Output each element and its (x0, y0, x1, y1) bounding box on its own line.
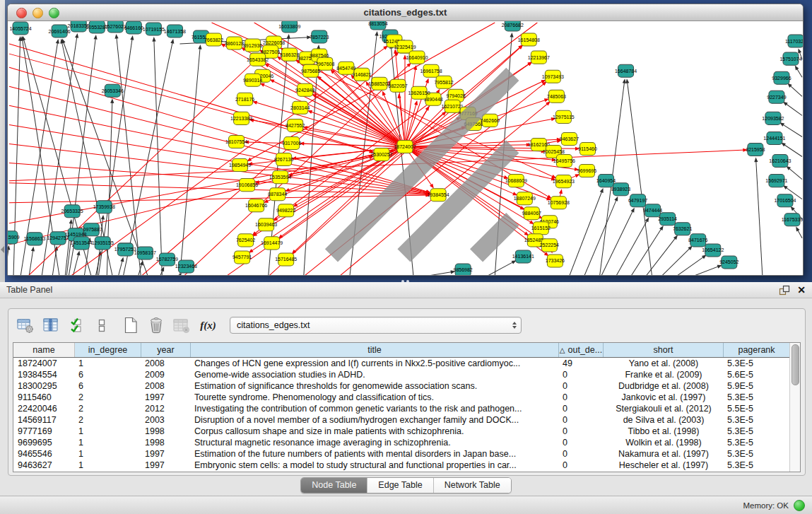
table-panel-title: Table Panel (6, 285, 779, 295)
show-columns-icon[interactable] (41, 316, 60, 335)
table-row[interactable]: 2242004622012Investigating the contribut… (13, 403, 790, 414)
cell-name: 18300295 (13, 380, 75, 392)
table-row[interactable]: 1830029562008Estimation of significance … (13, 380, 790, 392)
cell-name: 14569117 (13, 414, 75, 426)
cell-in_degree: 2 (75, 392, 141, 403)
table-selector-dropdown[interactable]: citations_edges.txt (230, 317, 522, 334)
dropdown-stepper-icon (512, 322, 517, 329)
cell-in_degree: 6 (75, 380, 141, 392)
cell-out_degree: 0 (559, 426, 604, 437)
table-selector-value: citations_edges.txt (237, 320, 512, 330)
function-builder-icon[interactable]: f(x) (197, 316, 219, 335)
window-titlebar[interactable]: citations_edges.txt (8, 4, 803, 21)
traffic-lights (16, 8, 59, 18)
table-row[interactable]: 1938455462009Genome-wide association stu… (13, 369, 790, 380)
cell-pagerank: 5.9E-5 (724, 380, 790, 392)
tab-node-table[interactable]: Node Table (301, 478, 367, 493)
table-row[interactable]: 946554611997Estimation of the future num… (13, 448, 790, 460)
column-header-out-degree[interactable]: △out_de... (559, 343, 604, 357)
cell-out_degree: 0 (559, 437, 604, 448)
cell-title: Changes of HCN gene expression and I(f) … (191, 358, 559, 369)
float-panel-icon[interactable] (779, 285, 790, 296)
cell-title: Corpus callosum shape and size in male p… (191, 426, 559, 437)
column-header-short[interactable]: short (604, 343, 724, 357)
cell-year: 2008 (141, 358, 191, 369)
cell-title: Genome-wide association studies in ADHD. (191, 369, 559, 380)
close-button[interactable] (16, 8, 27, 18)
table-row[interactable]: 911546021997Tourette syndrome. Phenomeno… (13, 392, 790, 403)
cell-pagerank: 5.5E-5 (724, 403, 790, 414)
cell-year: 1998 (141, 437, 191, 448)
cell-in_degree: 1 (75, 437, 141, 448)
cell-year: 1997 (141, 460, 191, 471)
cell-short: Franke et al. (2009) (604, 369, 724, 380)
collapsed-panel-arrow-icon[interactable] (1, 246, 4, 253)
table-row[interactable]: 1872400712008Changes of HCN gene express… (13, 358, 790, 369)
scrollbar-thumb[interactable] (792, 344, 799, 385)
cell-year: 2008 (141, 380, 191, 392)
cell-year: 1998 (141, 426, 191, 437)
cell-out_degree: 49 (559, 358, 604, 369)
table-tabs-bar: Node Table Edge Table Network Table (0, 477, 812, 493)
cell-out_degree: 0 (559, 369, 604, 380)
column-header-name[interactable]: name (13, 343, 75, 357)
table-scrollbar[interactable] (789, 343, 800, 472)
cell-pagerank: 5.3E-5 (724, 460, 790, 471)
cell-short: Jankovic et al. (1997) (604, 392, 724, 403)
network-canvas[interactable]: 1405572420691406201833551055328715276021… (8, 21, 803, 275)
memory-status-indicator[interactable] (794, 500, 805, 511)
cell-pagerank: 5.3E-5 (724, 414, 790, 426)
table-row[interactable]: 969969511998Structural magnetic resonanc… (13, 437, 790, 448)
zoom-button[interactable] (49, 8, 59, 18)
table-panel: Table Panel ✕ (0, 282, 812, 514)
table-row[interactable]: 1456911722003Disruption of a novel membe… (13, 414, 790, 426)
cell-year: 1997 (141, 392, 191, 403)
select-columns-icon[interactable] (66, 316, 86, 335)
cell-short: Yano et al. (2008) (604, 358, 724, 369)
column-header-in-degree[interactable]: in_degree (75, 343, 141, 357)
cell-name: 9115460 (13, 392, 75, 403)
delete-columns-icon[interactable] (146, 316, 165, 335)
cell-name: 9777169 (13, 426, 75, 437)
cell-name: 9699695 (13, 437, 75, 448)
cell-year: 1997 (141, 448, 191, 460)
column-header-year[interactable]: year (141, 343, 191, 357)
cell-short: Wolkin et al. (1998) (604, 437, 724, 448)
cell-name: 19384554 (13, 369, 75, 380)
table-header-row: name in_degree year title △out_de... sho… (13, 343, 790, 358)
attribute-table: name in_degree year title △out_de... sho… (13, 342, 801, 472)
close-panel-icon[interactable]: ✕ (797, 285, 806, 295)
cell-pagerank: 5.3E-5 (724, 358, 790, 369)
cell-out_degree: 0 (559, 392, 604, 403)
cell-title: Estimation of significance thresholds fo… (191, 380, 559, 392)
cell-pagerank: 5.3E-5 (724, 392, 790, 403)
create-column-icon[interactable] (121, 316, 140, 335)
cell-title: Investigating the contribution of common… (191, 403, 559, 414)
cell-in_degree: 1 (75, 358, 141, 369)
network-view-area: citations_edges.txt 14055724206914062018… (0, 0, 812, 282)
resize-grip-icon[interactable] (7, 20, 801, 274)
cell-short: Tibbo et al. (1998) (604, 426, 724, 437)
cell-title: Estimation of the future numbers of pati… (191, 448, 559, 460)
cell-out_degree: 0 (559, 448, 604, 460)
cell-short: Hescheler et al. (1997) (604, 460, 724, 471)
tab-network-table[interactable]: Network Table (434, 478, 511, 493)
table-row[interactable]: 946362711997Embryonic stem cells: a mode… (13, 460, 790, 471)
cell-in_degree: 6 (75, 369, 141, 380)
cell-in_degree: 1 (75, 460, 141, 471)
table-row[interactable]: 977716911998Corpus callosum shape and si… (13, 426, 790, 437)
cell-title: Embryonic stem cells: a model to study s… (191, 460, 559, 471)
tab-edge-table[interactable]: Edge Table (367, 478, 433, 493)
minimize-button[interactable] (33, 8, 43, 18)
cell-name: 22420046 (13, 403, 75, 414)
cell-in_degree: 2 (75, 403, 141, 414)
cytoscape-app: citations_edges.txt 14055724206914062018… (0, 0, 812, 514)
table-body: 1872400712008Changes of HCN gene express… (13, 358, 790, 471)
delete-table-icon[interactable] (172, 316, 191, 335)
cell-title: Structural magnetic resonance image aver… (191, 437, 559, 448)
table-mode-icon[interactable] (16, 316, 35, 335)
table-panel-box: f(x) citations_edges.txt name in_degree … (8, 308, 806, 476)
row-height-icon[interactable] (92, 316, 111, 335)
column-header-title[interactable]: title (191, 343, 559, 357)
column-header-pagerank[interactable]: pagerank (724, 343, 790, 357)
